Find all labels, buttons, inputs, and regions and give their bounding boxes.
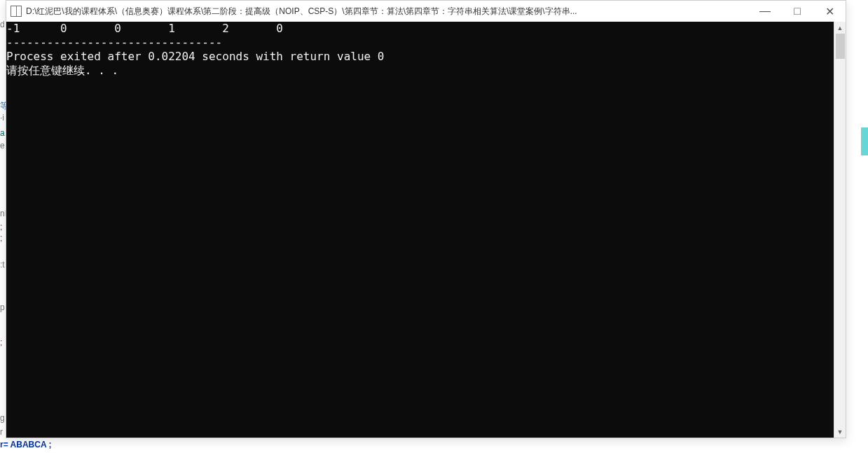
console-output[interactable]: -1 0 0 1 2 0 ---------------------------…: [6, 22, 834, 438]
app-icon: [11, 6, 22, 17]
bg-fragment: ;: [0, 222, 2, 232]
bg-fragment: ·i: [0, 113, 4, 123]
bg-fragment: e: [0, 141, 5, 151]
console-window: D:\红泥巴\我的课程体系\（信息奥赛）课程体系\第二阶段：提高级（NOIP、C…: [6, 0, 846, 438]
bg-fragment: p: [0, 302, 5, 312]
scroll-thumb[interactable]: [836, 34, 845, 59]
bg-fragment: g: [0, 413, 5, 423]
bg-fragment: ;: [0, 337, 2, 347]
bg-fragment: r: [0, 427, 3, 437]
scroll-up-button[interactable]: ▲: [834, 22, 846, 34]
maximize-button[interactable]: □: [781, 1, 813, 22]
titlebar[interactable]: D:\红泥巴\我的课程体系\（信息奥赛）课程体系\第二阶段：提高级（NOIP、C…: [6, 1, 846, 22]
bg-fragment: d: [0, 20, 5, 29]
bg-fragment: a: [0, 128, 5, 138]
console-line: -1 0 0 1 2 0: [6, 22, 283, 35]
vertical-scrollbar[interactable]: ▲ ▼: [834, 22, 846, 438]
client-area: -1 0 0 1 2 0 ---------------------------…: [6, 22, 846, 438]
console-line: Process exited after 0.02204 seconds wit…: [6, 50, 384, 63]
console-divider: --------------------------------: [6, 36, 222, 49]
bg-fragment: r= ABABCA ;: [0, 440, 51, 449]
close-button[interactable]: ✕: [813, 1, 846, 22]
selection-highlight: [861, 127, 868, 155]
bg-fragment: ;: [0, 233, 2, 243]
window-title: D:\红泥巴\我的课程体系\（信息奥赛）课程体系\第二阶段：提高级（NOIP、C…: [26, 6, 749, 18]
console-line: 请按任意键继续. . .: [6, 64, 118, 77]
minimize-button[interactable]: —: [749, 1, 781, 22]
bg-fragment: :t: [0, 260, 5, 270]
scroll-down-button[interactable]: ▼: [834, 426, 846, 438]
